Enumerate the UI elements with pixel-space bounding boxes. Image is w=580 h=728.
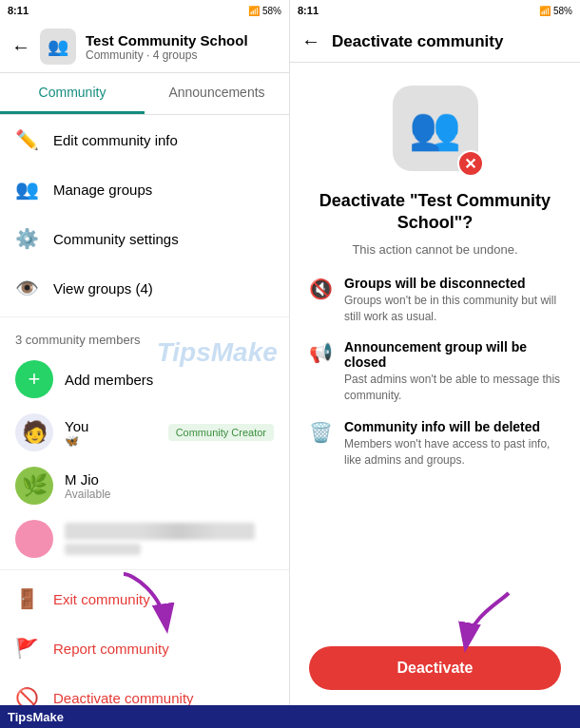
consequence-groups: 🔇 Groups will be disconnected Groups won… (309, 276, 561, 325)
member-jio[interactable]: 🌿 M Jio Available (0, 459, 289, 512)
announcement-closed-desc: Past admins won't be able to message thi… (344, 372, 561, 404)
tab-community[interactable]: Community (0, 73, 145, 114)
announcement-closed-icon: 📢 (309, 341, 333, 364)
edit-icon: ✏️ (15, 128, 38, 151)
divider-1 (0, 316, 289, 317)
edit-label: Edit community info (53, 132, 178, 148)
menu-item-exit[interactable]: 🚪 Exit community (0, 574, 289, 623)
add-members-item[interactable]: + Add members (0, 353, 289, 406)
info-deleted-desc: Members won't have access to past info, … (344, 436, 561, 469)
menu-item-report[interactable]: 🚩 Report community (0, 623, 289, 673)
deactivate-title: Deactivate "Test Community School"? (309, 190, 561, 235)
deactivate-icon: 🚫 (15, 686, 38, 705)
member-blurred (0, 512, 289, 565)
back-button-right[interactable]: ← (301, 30, 320, 52)
back-button[interactable]: ← (11, 36, 30, 58)
consequence-announcement: 📢 Announcement group will be closed Past… (309, 339, 561, 404)
battery-left: 📶 58% (248, 6, 281, 16)
deactivate-button[interactable]: Deactivate (309, 646, 561, 690)
exit-label: Exit community (53, 591, 150, 607)
view-groups-label: View groups (4) (53, 280, 153, 297)
menu-item-edit[interactable]: ✏️ Edit community info (0, 115, 289, 164)
jio-status: Available (65, 488, 274, 501)
consequence-info-text: Community info will be deleted Members w… (344, 419, 561, 469)
manage-icon: 👥 (15, 178, 38, 201)
member-you[interactable]: 🧑 You 🦋 Community Creator (0, 406, 289, 459)
blurred-info (65, 523, 274, 555)
members-section-header: 3 community members (0, 321, 289, 353)
consequence-list: 🔇 Groups will be disconnected Groups won… (309, 276, 561, 484)
creator-badge: Community Creator (168, 424, 274, 441)
info-deleted-icon: 🗑️ (309, 421, 333, 444)
consequence-announcement-text: Announcement group will be closed Past a… (344, 339, 561, 404)
exit-icon: 🚪 (15, 587, 38, 610)
blurred-status (65, 544, 141, 555)
time-right: 8:11 (298, 5, 319, 16)
deactivate-icon-wrap: 👥 ✕ (393, 86, 478, 171)
left-screen: 8:11 📶 58% ← 👥 Test Community School Com… (0, 0, 290, 705)
deactivate-content: 👥 ✕ Deactivate "Test Community School"? … (290, 63, 580, 631)
report-icon: 🚩 (15, 637, 38, 660)
community-header: ← 👥 Test Community School Community · 4 … (0, 21, 289, 73)
jio-info: M Jio Available (65, 471, 274, 501)
bottom-bar: TipsMake (0, 705, 580, 728)
settings-label: Community settings (53, 231, 179, 247)
menu-list: ✏️ Edit community info 👥 Manage groups ⚙… (0, 115, 289, 705)
settings-icon: ⚙️ (15, 227, 38, 250)
deactivate-label: Deactivate community (53, 690, 194, 706)
info-deleted-title: Community info will be deleted (344, 419, 561, 434)
consequence-info-deleted: 🗑️ Community info will be deleted Member… (309, 419, 561, 469)
deactivate-header-title: Deactivate community (332, 32, 503, 51)
tab-announcements[interactable]: Announcements (145, 73, 289, 114)
right-screen: 8:11 📶 58% ← Deactivate community 👥 ✕ De… (290, 0, 580, 705)
you-name: You (65, 418, 157, 434)
add-members-name: Add members (65, 372, 274, 388)
tab-bar: Community Announcements (0, 73, 289, 115)
menu-item-deactivate[interactable]: 🚫 Deactivate community (0, 673, 289, 705)
bottom-bar-label: TipsMake (8, 710, 64, 724)
add-members-info: Add members (65, 372, 274, 388)
consequence-groups-text: Groups will be disconnected Groups won't… (344, 276, 561, 325)
status-bar-right: 8:11 📶 58% (290, 0, 580, 21)
you-avatar: 🧑 (15, 413, 53, 451)
add-members-avatar: + (15, 360, 53, 398)
deactivate-button-wrap: Deactivate (290, 631, 580, 705)
community-title: Test Community School (86, 32, 278, 48)
you-info: You 🦋 (65, 418, 157, 448)
blurred-name (65, 523, 255, 540)
you-status: 🦋 (65, 434, 157, 448)
header-info: Test Community School Community · 4 grou… (86, 32, 278, 62)
groups-disconnected-desc: Groups won't be in this community but wi… (344, 293, 561, 325)
deactivate-warning: This action cannot be undone. (352, 242, 517, 257)
red-x-badge: ✕ (457, 150, 484, 177)
groups-disconnected-title: Groups will be disconnected (344, 276, 561, 291)
manage-label: Manage groups (53, 182, 152, 198)
divider-2 (0, 569, 289, 570)
report-label: Report community (53, 641, 169, 657)
status-bar-left: 8:11 📶 58% (0, 0, 289, 21)
battery-icon-right: 📶 (539, 6, 551, 16)
jio-avatar: 🌿 (15, 467, 53, 505)
jio-name: M Jio (65, 471, 274, 488)
community-subtitle: Community · 4 groups (86, 48, 278, 62)
view-groups-icon: 👁️ (15, 277, 38, 299)
time-left: 8:11 (8, 5, 29, 16)
battery-icon: 📶 (248, 6, 260, 16)
battery-right: 📶 58% (539, 6, 572, 16)
menu-item-settings[interactable]: ⚙️ Community settings (0, 214, 289, 263)
blurred-avatar (15, 520, 53, 558)
announcement-closed-title: Announcement group will be closed (344, 339, 561, 370)
community-avatar: 👥 (40, 29, 76, 65)
menu-item-view-groups[interactable]: 👁️ View groups (4) (0, 263, 289, 313)
menu-item-manage[interactable]: 👥 Manage groups (0, 164, 289, 214)
deactivate-header: ← Deactivate community (290, 21, 580, 63)
groups-disconnected-icon: 🔇 (309, 278, 333, 300)
